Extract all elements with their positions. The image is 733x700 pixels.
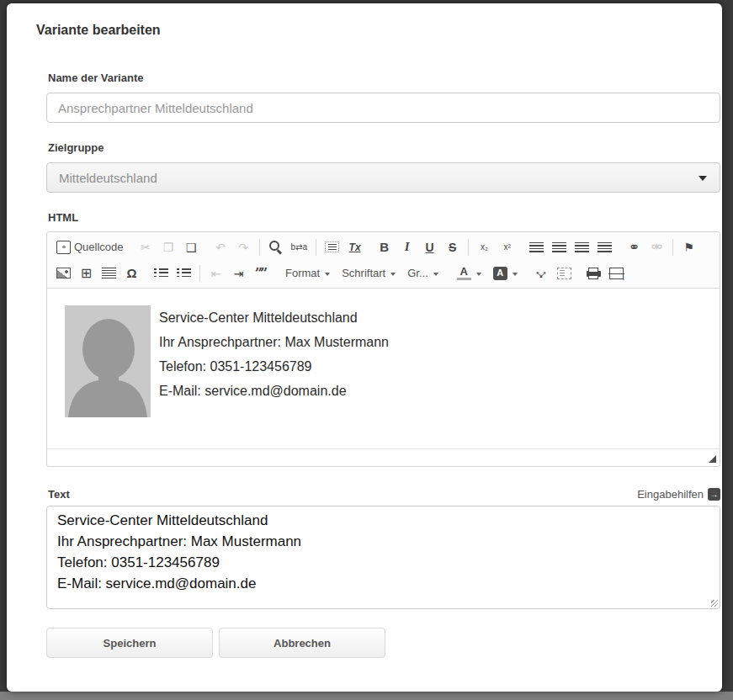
- italic-icon: I: [400, 240, 414, 254]
- toolbar-separator: [316, 239, 316, 256]
- strikethrough-icon: S: [445, 240, 459, 254]
- paste-icon: ❑: [184, 240, 199, 254]
- dialog-title: Variante bearbeiten: [36, 22, 722, 39]
- link-icon: ⚭: [627, 240, 641, 254]
- anchor-icon: ⚑: [682, 240, 696, 254]
- richtext-editor: ‹›Quellcode✂❐❑↶↷b⇄aTxBIUSx₂x²⚭⚮⚑ ⊞Ω⇤⇥””F…: [46, 231, 720, 467]
- format-label: Format: [285, 267, 320, 279]
- text-color-icon: A: [457, 266, 471, 280]
- variant-name-input[interactable]: [46, 93, 720, 123]
- italic-button[interactable]: I: [397, 237, 417, 257]
- caret-down-icon: [433, 273, 438, 276]
- redo-button: ↷: [234, 237, 253, 257]
- eingabehilfen-link[interactable]: Eingabehilfen →: [637, 488, 720, 501]
- zielgruppe-select[interactable]: Mitteldeutschland: [46, 162, 720, 193]
- background-bar: [0, 692, 733, 700]
- replace-icon: b⇄a: [291, 240, 308, 254]
- horizontal-line-button[interactable]: [99, 265, 119, 281]
- html-label: HTML: [48, 210, 720, 225]
- paste-button[interactable]: ❑: [182, 237, 201, 257]
- align-right-icon: [575, 242, 589, 252]
- find-button[interactable]: [266, 237, 285, 257]
- image-button[interactable]: [54, 265, 73, 281]
- bold-icon: B: [377, 240, 391, 254]
- cancel-button[interactable]: Abbrechen: [219, 628, 385, 658]
- align-justify-button[interactable]: [595, 240, 614, 255]
- table-button[interactable]: ⊞: [77, 263, 96, 283]
- find-icon: [268, 240, 283, 254]
- print-icon: [587, 271, 601, 277]
- subscript-icon: x₂: [477, 240, 491, 254]
- link-button[interactable]: ⚭: [624, 237, 644, 257]
- font-size-label: Gr...: [407, 267, 428, 279]
- print-button[interactable]: [584, 267, 603, 279]
- caret-down-icon: [325, 273, 330, 276]
- font-combo[interactable]: Schriftart: [337, 264, 400, 282]
- cut-icon: ✂: [139, 240, 153, 254]
- name-label: Name der Variante: [48, 71, 720, 85]
- insert-arrow-icon: →: [708, 488, 720, 501]
- align-center-button[interactable]: [550, 240, 569, 255]
- special-character-button[interactable]: Ω: [122, 263, 141, 283]
- indent-icon: ⇥: [231, 266, 246, 280]
- strikethrough-button[interactable]: S: [443, 237, 462, 257]
- font-size-combo[interactable]: Gr...: [403, 264, 443, 282]
- subscript-button[interactable]: x₂: [475, 237, 494, 257]
- editor-content[interactable]: Service-Center MitteldeutschlandIhr Ansp…: [47, 289, 720, 448]
- editor-text-line: E-Mail: service.md@domain.de: [65, 379, 720, 403]
- resize-handle-icon[interactable]: [709, 455, 716, 463]
- text-label-row: Text Eingabehilfen →: [46, 487, 720, 501]
- page-break-button[interactable]: [607, 265, 626, 282]
- dialog: Variante bearbeiten Name der Variante Zi…: [7, 3, 722, 692]
- background-color-combo[interactable]: A: [489, 264, 522, 283]
- remove-format-button[interactable]: Tx: [345, 237, 364, 257]
- caret-down-icon: [513, 273, 518, 276]
- cut-button: ✂: [136, 237, 156, 257]
- align-left-button[interactable]: [527, 240, 546, 255]
- indent-button[interactable]: ⇥: [229, 263, 248, 283]
- eingabehilfen-label: Eingabehilfen: [637, 488, 704, 501]
- copy-icon: ❐: [162, 240, 176, 254]
- editor-text-line: Service-Center Mitteldeutschland: [65, 305, 720, 330]
- unlink-icon: ⚮: [650, 240, 664, 254]
- horizontal-line-icon: [102, 268, 116, 278]
- superscript-button[interactable]: x²: [497, 237, 517, 257]
- source-button[interactable]: ‹›Quellcode: [54, 238, 126, 257]
- replace-button[interactable]: b⇄a: [289, 237, 311, 257]
- underline-button[interactable]: U: [420, 237, 439, 257]
- bulleted-list-button[interactable]: [174, 266, 194, 281]
- anchor-button[interactable]: ⚑: [679, 237, 698, 257]
- show-blocks-button[interactable]: [555, 265, 574, 282]
- maximize-icon: [534, 266, 549, 280]
- editor-text: Service-Center MitteldeutschlandIhr Ansp…: [65, 305, 720, 403]
- chevron-down-icon: [698, 176, 707, 181]
- caret-down-icon: [476, 273, 481, 276]
- toolbar-separator: [468, 239, 469, 256]
- editor-bottom-bar: [47, 448, 720, 466]
- toolbar-separator: [199, 265, 200, 282]
- format-combo[interactable]: Format: [281, 264, 334, 282]
- special-character-icon: Ω: [125, 266, 139, 280]
- background-color-icon: A: [493, 267, 507, 280]
- table-icon: ⊞: [79, 266, 93, 280]
- source-icon: ‹›: [56, 241, 71, 254]
- toolbar-row-1: ‹›Quellcode✂❐❑↶↷b⇄aTxBIUSx₂x²⚭⚮⚑: [52, 234, 714, 260]
- resize-grip-icon[interactable]: [711, 600, 718, 607]
- numbered-list-icon: [154, 268, 168, 278]
- numbered-list-button[interactable]: [151, 266, 171, 281]
- align-right-button[interactable]: [572, 240, 592, 255]
- text-variant-textarea[interactable]: Service-Center Mitteldeutschland Ihr Ans…: [46, 506, 720, 609]
- image-icon: [56, 268, 71, 278]
- select-all-button[interactable]: [322, 239, 342, 255]
- undo-button: ↶: [211, 237, 231, 257]
- maximize-button[interactable]: [532, 263, 551, 283]
- font-label: Schriftart: [342, 267, 385, 279]
- bold-button[interactable]: B: [374, 237, 394, 257]
- text-color-combo[interactable]: A: [453, 263, 486, 283]
- show-blocks-icon: [557, 268, 571, 279]
- superscript-icon: x²: [500, 240, 514, 254]
- underline-icon: U: [422, 240, 437, 254]
- bulleted-list-icon: [177, 268, 191, 278]
- save-button[interactable]: Speichern: [46, 628, 213, 658]
- blockquote-button[interactable]: ””: [252, 263, 271, 283]
